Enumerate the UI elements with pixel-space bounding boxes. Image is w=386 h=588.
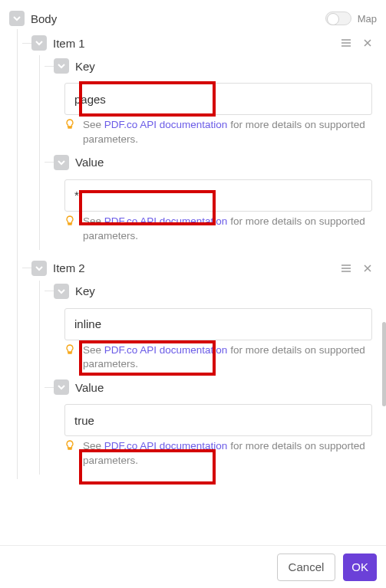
tree-connector [22, 43, 31, 44]
hint-text: See PDF.co API documentation for more de… [83, 439, 372, 468]
collapse-key1-icon[interactable] [54, 58, 69, 74]
doc-link[interactable]: PDF.co API documentation [104, 440, 228, 452]
hint-text: See PDF.co API documentation for more de… [83, 343, 372, 373]
map-toggle[interactable] [325, 11, 351, 25]
doc-link[interactable]: PDF.co API documentation [104, 215, 228, 227]
item1-title: Item 1 [53, 37, 85, 50]
menu-icon[interactable] [340, 37, 352, 49]
lightbulb-icon [64, 440, 77, 455]
lightbulb-icon [64, 215, 77, 231]
value2-label: Value [75, 381, 104, 394]
tree-connector [45, 162, 54, 163]
doc-link[interactable]: PDF.co API documentation [104, 119, 228, 130]
close-icon[interactable] [361, 262, 374, 274]
hint-text: See PDF.co API documentation for more de… [83, 118, 372, 147]
lightbulb-icon [64, 344, 77, 360]
collapse-value1-icon[interactable] [54, 155, 69, 170]
cancel-button[interactable]: Cancel [277, 554, 336, 581]
key1-input[interactable] [64, 83, 372, 115]
scrollbar-thumb[interactable] [382, 322, 386, 406]
tree-connector [45, 387, 54, 388]
collapse-item2-icon[interactable] [31, 261, 47, 276]
collapse-item1-icon[interactable] [31, 35, 47, 51]
doc-link[interactable]: PDF.co API documentation [104, 344, 228, 356]
value2-input[interactable] [64, 404, 372, 436]
tree-connector [22, 268, 31, 268]
key2-label: Key [75, 284, 95, 297]
collapse-value2-icon[interactable] [54, 379, 69, 395]
menu-icon[interactable] [340, 262, 352, 274]
collapse-key2-icon[interactable] [54, 284, 69, 299]
hint-text: See PDF.co API documentation for more de… [83, 215, 372, 244]
tree-connector [45, 66, 54, 67]
value1-input[interactable] [64, 179, 372, 212]
value1-label: Value [75, 156, 104, 169]
tree-connector [45, 291, 54, 291]
item2-title: Item 2 [53, 261, 85, 274]
ok-button[interactable]: OK [343, 554, 377, 581]
key1-label: Key [75, 60, 95, 73]
map-label: Map [358, 13, 377, 25]
body-label: Body [31, 12, 57, 25]
collapse-body-icon[interactable] [9, 11, 25, 26]
lightbulb-icon [64, 119, 77, 134]
key2-input[interactable] [64, 308, 372, 340]
close-icon[interactable] [361, 37, 374, 49]
